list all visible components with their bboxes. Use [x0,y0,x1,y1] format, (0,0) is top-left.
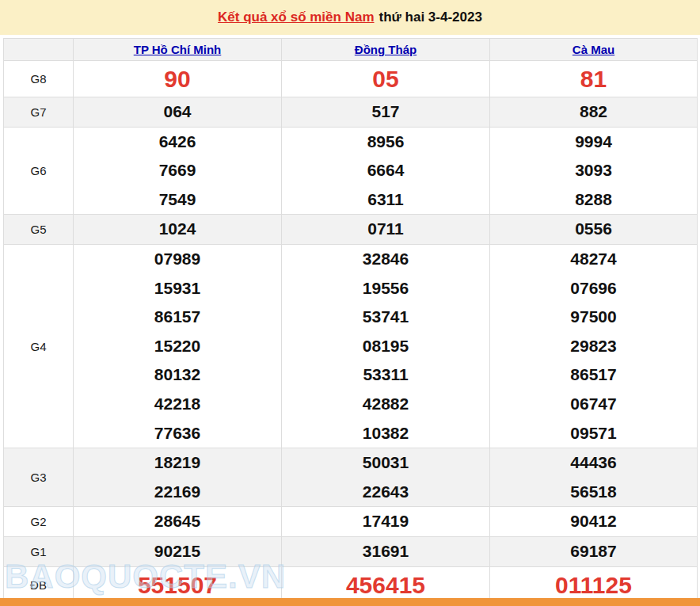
result-cell: 07989159318615715220801324221877636 [74,244,282,448]
page-header: Kết quả xổ số miền Nam thứ hai 3-4-2023 [0,0,700,35]
result-number: 32846 [282,245,489,274]
result-cell: 895666646311 [282,127,490,215]
result-cell: 0711 [282,215,490,245]
prize-label: G8 [4,61,74,97]
bottom-accent-bar [0,598,700,606]
prize-label: G1 [4,536,74,566]
result-number: 42218 [74,390,281,419]
result-number: 06747 [490,390,697,419]
column-header-cell: Đồng Tháp [282,39,490,61]
result-number: 15220 [74,332,281,361]
result-number: 18219 [74,448,281,478]
result-number: 86517 [490,360,697,390]
result-number: 8956 [282,128,489,157]
result-number: 90412 [490,507,697,536]
result-cell: 4443656518 [490,448,698,507]
result-number: 456415 [282,567,489,603]
result-cell: 17419 [282,507,490,537]
result-cell: 48274076969750029823865170674709571 [490,244,698,448]
result-number: 07696 [490,274,697,303]
prize-row-g4: G407989159318615715220801324221877636328… [4,244,698,448]
result-number: 29823 [490,332,697,361]
column-header-cell: TP Hồ Chí Minh [74,39,282,61]
prize-row-g7: G7064517882 [4,97,698,128]
prize-label: G7 [4,97,74,128]
result-cell: 05 [282,61,490,97]
result-cell: 882 [490,97,698,128]
result-number: 90 [74,61,281,97]
prize-row-g1: G1902153169169187 [4,536,698,566]
result-number: 56518 [490,478,697,507]
result-number: 69187 [490,537,697,566]
result-number: 551507 [74,567,281,603]
result-number: 07989 [74,245,281,274]
result-number: 1024 [74,215,281,244]
result-cell: 90 [74,61,282,97]
result-number: 6426 [74,128,281,157]
result-number: 31691 [282,537,489,566]
title-date: thứ hai 3-4-2023 [379,10,482,25]
result-number: 9994 [490,128,697,157]
results-container: TP Hồ Chí MinhĐồng ThápCà Mau G8900581G7… [3,38,697,604]
result-number: 05 [282,61,489,97]
header-row: TP Hồ Chí MinhĐồng ThápCà Mau [4,39,698,61]
result-cell: 31691 [282,536,490,566]
result-number: 97500 [490,303,697,332]
header-empty-cell [4,39,74,61]
result-number: 10382 [282,419,489,448]
result-number: 22643 [282,478,489,507]
prize-label: G2 [4,507,74,537]
result-number: 064 [74,97,281,127]
prize-label: G4 [4,244,74,448]
prize-label: G5 [4,215,74,245]
province-link-đong-thap[interactable]: Đồng Tháp [355,43,417,56]
result-cell: 999430938288 [490,127,698,215]
result-number: 28645 [74,507,281,536]
result-number: 44436 [490,448,697,478]
result-number: 81 [490,61,697,97]
result-number: 882 [490,97,697,127]
results-table-body: G8900581G7064517882G66426766975498956666… [4,61,698,604]
result-cell: 064 [74,97,282,128]
title-link[interactable]: Kết quả xổ số miền Nam [218,10,374,25]
prize-row-g2: G2286451741990412 [4,507,698,537]
result-number: 6664 [282,156,489,185]
prize-row-g3: G3182192216950031226434443656518 [4,448,698,507]
results-table-head: TP Hồ Chí MinhĐồng ThápCà Mau [4,39,698,61]
result-number: 517 [282,97,489,127]
result-number: 09571 [490,419,697,448]
result-number: 80132 [74,360,281,390]
result-number: 48274 [490,245,697,274]
result-cell: 517 [282,97,490,128]
prize-row-g6: G6642676697549895666646311999430938288 [4,127,698,215]
result-number: 86157 [74,303,281,332]
result-number: 77636 [74,419,281,448]
result-number: 8288 [490,185,697,215]
prize-row-g8: G8900581 [4,61,698,97]
result-number: 7669 [74,156,281,185]
result-number: 90215 [74,537,281,566]
result-cell: 90215 [74,536,282,566]
result-cell: 1024 [74,215,282,245]
result-number: 011125 [490,567,697,603]
result-number: 0556 [490,215,697,244]
result-cell: 1821922169 [74,448,282,507]
result-number: 19556 [282,274,489,303]
result-number: 0711 [282,215,489,244]
province-link-ca-mau[interactable]: Cà Mau [573,43,614,56]
result-number: 7549 [74,185,281,215]
result-number: 22169 [74,478,281,507]
result-number: 3093 [490,156,697,185]
result-number: 53741 [282,303,489,332]
column-header-cell: Cà Mau [490,39,698,61]
result-cell: 28645 [74,507,282,537]
result-number: 17419 [282,507,489,536]
prize-label: G6 [4,127,74,215]
province-link-tp-ho-chi-minh[interactable]: TP Hồ Chí Minh [134,43,222,56]
prize-row-g5: G5102407110556 [4,215,698,245]
result-cell: 0556 [490,215,698,245]
result-cell: 81 [490,61,698,97]
result-number: 15931 [74,274,281,303]
result-number: 42882 [282,390,489,419]
result-number: 6311 [282,185,489,215]
